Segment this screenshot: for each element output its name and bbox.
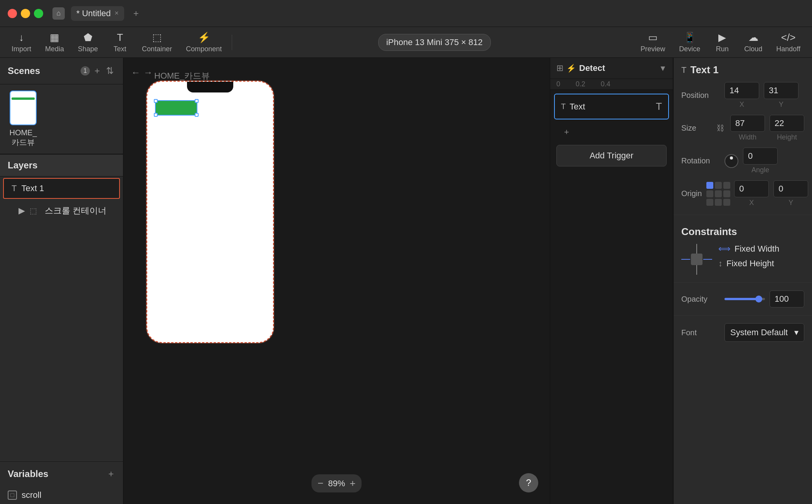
fixed-width-option[interactable]: ⟺ Fixed Width <box>718 244 804 254</box>
rotation-sub-label: Angle <box>751 166 769 174</box>
device-label: Device <box>679 45 700 53</box>
fixed-height-option[interactable]: ↕ Fixed Height <box>718 259 804 269</box>
rotation-dial[interactable] <box>724 154 738 168</box>
size-h-label: Height <box>777 133 797 141</box>
element-type-icon: T <box>681 65 686 75</box>
timeline-mark-1: 0.2 <box>576 80 585 88</box>
text-label: Text <box>114 45 126 53</box>
origin-mc[interactable] <box>715 190 722 197</box>
resize-handle-br[interactable] <box>195 113 199 117</box>
close-button[interactable] <box>8 9 17 18</box>
font-label: Font <box>681 328 720 337</box>
canvas-forward-button[interactable]: → <box>143 67 153 78</box>
trigger-add-sub-button[interactable]: + <box>564 127 569 137</box>
add-scene-button[interactable]: + <box>93 64 101 78</box>
fullscreen-button[interactable] <box>34 9 43 18</box>
import-icon: ↓ <box>19 32 24 44</box>
handoff-tool[interactable]: </> Handoff <box>771 29 806 55</box>
origin-tc[interactable] <box>715 182 722 189</box>
variable-item-scroll[interactable]: □ scroll <box>0 486 123 504</box>
tab-untitled[interactable]: * Untitled × <box>71 6 124 21</box>
scenes-header: Scenes 1 + ⇅ <box>0 58 123 84</box>
canvas-area[interactable]: ← → HOME_카드뷰 − 89% + ? <box>123 58 550 504</box>
left-panel: Scenes 1 + ⇅ HOME_카드뷰 Layers T Text 1 ▶ … <box>0 58 123 504</box>
opacity-slider[interactable] <box>724 298 765 300</box>
import-tool[interactable]: ↓ Import <box>6 29 37 55</box>
text-icon: T <box>117 32 123 44</box>
canvas-scene-label: HOME_카드뷰 <box>154 70 210 82</box>
resize-handle-tl[interactable] <box>154 99 158 103</box>
layer-item-text1[interactable]: T Text 1 <box>3 178 120 199</box>
origin-bc[interactable] <box>715 199 722 206</box>
rotation-input[interactable] <box>743 148 778 165</box>
component-tool[interactable]: ⚡ Component <box>180 29 227 55</box>
help-button[interactable]: ? <box>519 473 538 492</box>
media-icon: ▦ <box>50 32 59 44</box>
detect-trigger-row[interactable]: T Text T <box>554 94 669 119</box>
add-trigger-button[interactable]: Add Trigger <box>556 145 667 166</box>
shape-tool[interactable]: ⬟ Shape <box>72 29 103 55</box>
add-variable-button[interactable]: + <box>107 467 115 481</box>
text-tool[interactable]: T Text <box>106 29 133 55</box>
layer-sub-label: 스크롤 컨테이너 <box>45 205 106 217</box>
canvas-nav: ← → <box>131 67 153 78</box>
device-tool[interactable]: 📱 Device <box>674 29 706 55</box>
origin-ml[interactable] <box>706 190 713 197</box>
resize-handle-tr[interactable] <box>195 99 199 103</box>
green-text-element[interactable] <box>155 100 197 116</box>
new-tab-button[interactable]: + <box>130 7 142 20</box>
opacity-thumb[interactable] <box>755 296 762 302</box>
zoom-out-button[interactable]: − <box>318 477 323 489</box>
font-dropdown[interactable]: System Default ▾ <box>724 323 804 342</box>
position-y-input[interactable] <box>764 82 799 99</box>
size-width-input[interactable] <box>730 115 765 132</box>
resize-handle-bl[interactable] <box>154 113 158 117</box>
run-icon: ▶ <box>718 32 726 44</box>
cloud-tool[interactable]: ☁ Cloud <box>739 29 768 55</box>
origin-y-input[interactable] <box>773 180 808 197</box>
container-tool[interactable]: ⬚ Container <box>136 29 177 55</box>
home-icon[interactable]: ⌂ <box>52 7 65 20</box>
run-tool[interactable]: ▶ Run <box>709 29 736 55</box>
position-x-input[interactable] <box>724 82 759 99</box>
origin-y-label: Y <box>788 199 793 207</box>
scenes-options-button[interactable]: ⇅ <box>104 64 115 78</box>
traffic-lights <box>8 9 43 18</box>
origin-tr[interactable] <box>723 182 730 189</box>
element-header: T Text 1 <box>674 58 812 79</box>
preview-icon: ▭ <box>648 32 658 44</box>
scene-card[interactable] <box>10 91 37 125</box>
zoom-in-button[interactable]: + <box>350 477 355 489</box>
rotation-group: Rotation Angle <box>674 144 812 177</box>
constraints-grid: ⟺ Fixed Width ↕ Fixed Height <box>674 241 812 278</box>
media-tool[interactable]: ▦ Media <box>40 29 69 55</box>
origin-bl[interactable] <box>706 199 713 206</box>
size-link-icon[interactable]: ⛓ <box>715 124 726 133</box>
origin-br[interactable] <box>723 199 730 206</box>
layers-header: Layers <box>0 154 123 176</box>
position-y-pair: Y <box>764 82 799 109</box>
tab-close-button[interactable]: × <box>115 9 119 17</box>
preview-tool[interactable]: ▭ Preview <box>635 29 670 55</box>
scene-card-content <box>12 97 35 100</box>
font-dropdown-arrow: ▾ <box>794 328 799 338</box>
origin-tl[interactable] <box>706 182 713 189</box>
size-height-input[interactable] <box>770 115 804 132</box>
size-w-pair: Width <box>730 115 765 141</box>
origin-x-input[interactable] <box>734 180 769 197</box>
variable-icon: □ <box>8 491 17 500</box>
size-label: Size <box>681 124 710 133</box>
scenes-count-badge: 1 <box>81 66 90 76</box>
preview-label: Preview <box>640 45 665 53</box>
position-x-pair: X <box>724 82 759 109</box>
fixed-width-label: Fixed Width <box>735 244 779 254</box>
size-h-pair: Height <box>770 115 804 141</box>
device-selector[interactable]: iPhone 13 Mini 375 × 812 <box>378 34 491 51</box>
minimize-button[interactable] <box>21 9 30 18</box>
layer-item-scroll-container[interactable]: ▶ ⬚ 스크롤 컨테이너 <box>3 201 120 220</box>
opacity-input[interactable] <box>770 291 804 307</box>
position-label: Position <box>681 91 720 100</box>
rotation-label: Rotation <box>681 156 720 165</box>
canvas-back-button[interactable]: ← <box>131 67 140 78</box>
origin-mr[interactable] <box>723 190 730 197</box>
